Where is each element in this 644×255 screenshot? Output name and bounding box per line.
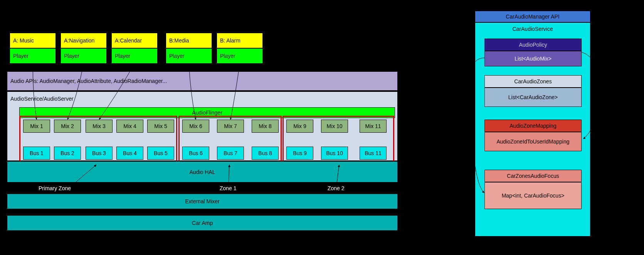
label: Audio HAL [190,169,215,175]
app-attr-music: A: Music [10,33,56,48]
label: CarAudioManager API [506,14,559,20]
caraudiozones-header: CarAudioZones [484,75,582,88]
zone-label-1: Zone 1 [220,185,237,191]
label: Player [64,53,79,59]
carzonesaudiofocus-header: CarZonesAudioFocus [484,170,582,182]
car-amp: Car Amp [7,215,398,231]
label: AudioZoneMapping [509,123,556,129]
app-player-navigation: Player [61,48,107,64]
label: CarAudioService [512,26,553,32]
app-attr-navigation: A:Navigation [61,33,107,48]
carzonesaudiofocus-body: Map<int, CarAudioFocus> [484,182,582,209]
primary-zone [19,116,177,164]
audiozonemapping-body: AudioZoneIdToUserIdMapping [484,132,582,151]
app-player-music: Player [10,48,56,64]
external-mixer: External Mixer [7,194,398,209]
caraudiozones-body: List<CarAudioZone> [484,88,582,107]
audiopolicy-header: AudioPolicy [484,39,582,51]
app-attr-alarm: B: Alarm [217,33,263,48]
label: CarZonesAudioFocus [507,173,559,179]
label: AudioPolicy [519,42,547,48]
label: Car Amp [192,220,213,226]
label: Map<int, CarAudioFocus> [502,193,565,199]
label: AudioService/AudioServer [10,96,73,102]
label: Player [220,53,235,59]
app-attr-calendar: A:Calendar [111,33,158,48]
car-audio-manager-api: CarAudioManager API [475,11,590,22]
label: Audio APIs: AudioManager, AudioAttribute… [10,78,167,84]
audio-apis-layer: Audio APIs: AudioManager, AudioAttribute… [7,71,398,91]
label: List<AudioMix> [515,56,552,62]
label: List<CarAudioZone> [508,94,558,100]
app-player-calendar: Player [111,48,158,64]
label: CarAudioZones [514,78,552,84]
label: A:Calendar [115,37,142,44]
audiozonemapping-header: AudioZoneMapping [484,120,582,132]
zone-label-primary: Primary Zone [39,185,71,191]
label: B:Media [169,37,189,44]
label: A:Navigation [64,37,94,44]
audio-hal: Audio HAL [7,161,398,182]
label: Player [169,53,185,59]
label: AudioZoneIdToUserIdMapping [496,138,569,145]
label: External Mixer [185,198,219,204]
label: Player [13,53,29,59]
zone-label-2: Zone 2 [328,185,345,191]
app-player-alarm: Player [217,48,263,64]
audiopolicy-body: List<AudioMix> [484,51,582,66]
label: A: Music [13,37,34,44]
app-attr-media: B:Media [166,33,212,48]
label: AudioFlinger [192,110,222,116]
app-player-media: Player [166,48,212,64]
zone-2 [282,116,394,164]
label: B: Alarm [220,37,240,44]
zone-1 [178,116,282,164]
label: Player [115,53,130,59]
